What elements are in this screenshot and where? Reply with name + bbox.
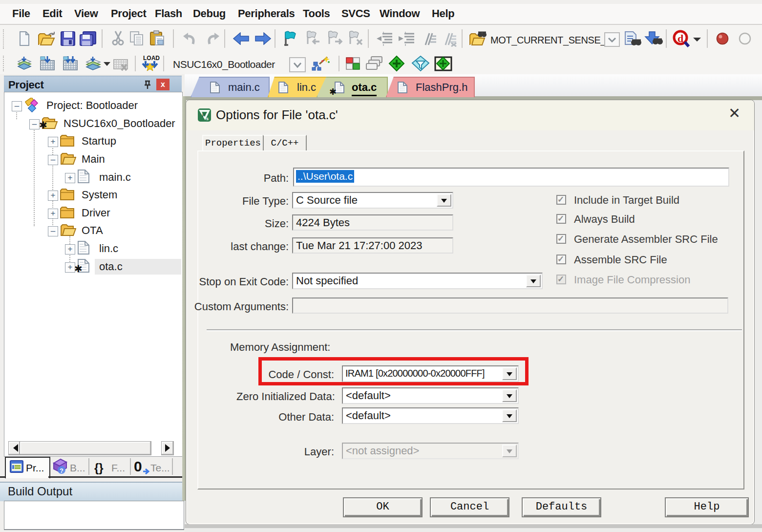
svg-text:µ: µ: [202, 111, 206, 117]
svg-text:d: d: [677, 32, 683, 44]
svg-text:?: ?: [60, 467, 64, 474]
svg-text:LOAD: LOAD: [143, 55, 160, 62]
svg-text:s: s: [206, 116, 209, 121]
